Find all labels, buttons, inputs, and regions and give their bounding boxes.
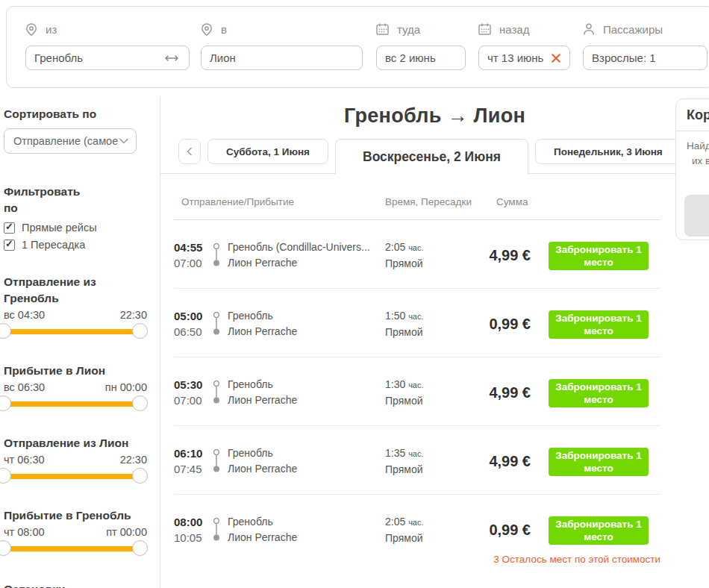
search-bar: из Гренобль в Лион туда вс 2 июнь [6,6,709,88]
departure-station: Гренобль [228,308,371,324]
book-button[interactable]: Забронировать 1 место [549,379,649,407]
trip-stations: Гренобль Лион Perrache [228,377,371,408]
tab-sunday-active[interactable]: Воскресенье, 2 Июня [335,139,528,175]
field-from: из Гренобль [25,22,190,70]
passengers-value: Взрослые: 1 [592,51,656,64]
results-panel: Гренобль → Лион Суббота, 1 Июня Воскресе… [160,97,709,588]
trip-times: 06:10 07:45 [174,445,205,477]
column-duration-transfers: Время, Пересадки [385,196,472,207]
trip-stations: Гренобль Лион Perrache [228,445,371,477]
slider-title: Отправление из Лион [4,435,144,451]
clear-return-date-icon[interactable] [551,53,561,63]
slider-thumb-max[interactable] [132,540,148,556]
trip-duration: 1:30 час. Прямой [385,377,482,409]
slider-track [4,401,140,407]
location-pin-icon [25,23,37,36]
arrival-time: 07:00 [174,392,205,408]
route-line-icon [211,243,222,268]
route-line-icon [211,380,222,405]
book-button[interactable]: Забронировать 1 место [549,448,649,476]
depart-date-label: туда [397,23,420,36]
filter-title: Фильтровать по [4,184,82,216]
slider-thumb-min[interactable] [0,395,11,411]
slider-thumb-min[interactable] [0,323,11,339]
sort-dropdown[interactable]: Отправление (самое [4,128,137,154]
route-title: Гренобль → Лион [160,104,709,128]
slider-max-label: 22:30 [120,454,147,466]
arrival-time: 07:00 [174,255,205,271]
arrival-time: 10:05 [174,530,205,545]
time-range-slider [4,395,147,412]
filter-option-label: 1 Пересадка [22,239,85,251]
return-date-input[interactable]: чт 13 июнь [478,46,570,70]
trip-row: 05:30 07:00 Гренобль Лион Perrache 1:30 … [174,357,660,426]
departure-time: 06:10 [174,445,205,461]
seats-left-note: 3 Осталось мест по этой стоимости [174,554,660,565]
column-departure-arrival: Отправление/Прибытие [181,196,294,207]
duration-value: 1:35 [385,447,405,459]
previous-day-button[interactable] [178,139,201,164]
trip-row: 04:55 07:00 Гренобль (Condillac-Univers.… [174,220,660,289]
time-range-slider [4,468,147,484]
trip-price: 0,99 € [482,316,531,333]
slider-departure-lyon: Отправление из Лион чт 06:30 22:30 [4,435,159,484]
filters-sidebar: Сортировать по Отправление (самое Фильтр… [0,97,159,588]
swap-directions-icon[interactable] [163,54,181,63]
trip-row: 05:00 06:50 Гренобль Лион Perrache 1:50 … [174,289,660,357]
slider-title: Отправление из Гренобль [4,274,144,307]
slider-thumb-max[interactable] [132,395,148,411]
slider-departure-grenoble: Отправление из Гренобль вс 04:30 22:30 [4,274,159,340]
route-line-icon [211,448,222,474]
slider-thumb-min[interactable] [0,540,11,556]
from-label: из [46,23,57,36]
return-date-label: назад [499,23,529,36]
trip-stations: Гренобль (Condillac-Univers... Лион Perr… [228,240,371,271]
results-table-header: Отправление/Прибытие Время, Пересадки Су… [174,196,660,220]
slider-min-label: вс 06:30 [4,381,45,393]
book-button[interactable]: Забронировать 1 место [549,310,649,339]
transfer-type: Прямой [385,393,482,409]
slider-min-label: чт 06:30 [4,454,45,466]
tab-saturday[interactable]: Суббота, 1 Июня [207,139,328,164]
slider-thumb-max[interactable] [132,468,148,484]
departure-time: 08:00 [174,514,205,530]
slider-min-label: чт 08:00 [4,526,45,538]
slider-thumb-max[interactable] [132,323,148,339]
arrival-time: 06:50 [174,324,205,340]
filter-one-transfer[interactable]: 1 Пересадка [4,239,159,251]
passengers-input[interactable]: Взрослые: 1 [583,46,708,70]
slider-title: Прибытие в Лион [4,363,144,379]
cart-title: Кор [676,99,709,131]
filter-option-label: Прямые рейсы [22,222,97,234]
departure-station: Гренобль (Condillac-Univers... [228,240,371,255]
sort-selected-value: Отправление (самое [13,135,119,147]
to-input[interactable]: Лион [201,46,363,70]
checkbox-checked-icon[interactable] [4,240,15,251]
slider-thumb-min[interactable] [0,468,11,484]
arrival-station: Лион Perrache [228,530,371,545]
trip-price: 0,99 € [482,522,531,539]
calendar-icon [376,23,389,35]
duration-value: 2:05 [385,516,405,528]
trip-times: 04:55 07:00 [174,240,205,271]
slider-arrival-lyon: Прибытие в Лион вс 06:30 пн 00:00 [4,363,159,412]
trip-row: 06:10 07:45 Гренобль Лион Perrache 1:35 … [174,426,660,495]
cart-panel: Кор Найд их в [675,98,709,240]
stops-title: Остановки [4,581,159,588]
column-price: Сумма [496,196,528,207]
book-button[interactable]: Забронировать 1 место [549,516,649,545]
trip-price: 4,99 € [482,247,531,264]
filter-direct-trips[interactable]: Прямые рейсы [4,222,159,234]
checkbox-checked-icon[interactable] [4,222,15,234]
day-tabs: Суббота, 1 Июня Воскресенье, 2 Июня Поне… [160,139,709,174]
arrival-time: 07:45 [174,461,205,477]
duration-unit: час. [408,449,423,458]
tab-monday[interactable]: Понедельник, 3 Июня [535,139,681,164]
arrival-station: Лион Perrache [228,392,371,408]
cart-text-line: Найд [676,139,709,154]
from-input[interactable]: Гренобль [25,46,190,70]
book-button[interactable]: Забронировать 1 место [549,242,649,270]
departure-time: 05:30 [174,377,205,392]
time-range-slider [4,540,147,557]
depart-date-input[interactable]: вс 2 июнь [376,46,466,70]
